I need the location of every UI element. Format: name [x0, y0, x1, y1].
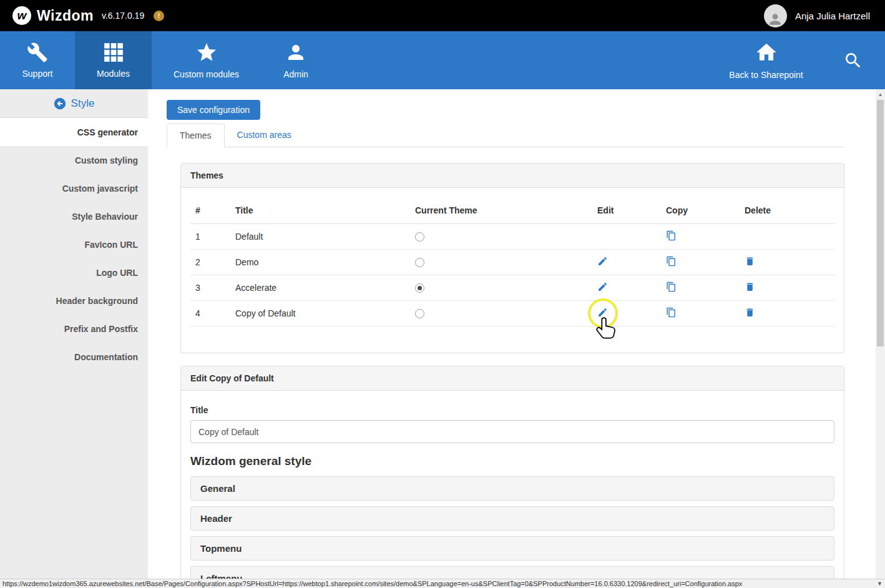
nav-admin[interactable]: Admin [261, 31, 331, 89]
edit-theme-button[interactable] [597, 282, 608, 292]
sidebar-back-style[interactable]: Style [0, 89, 148, 118]
user-name: Anja Julia Hartzell [795, 11, 870, 21]
trash-icon [745, 307, 755, 318]
sidebar-item-header-background[interactable]: Header background [0, 287, 148, 315]
copy-theme-button[interactable] [666, 282, 677, 292]
trash-icon [745, 282, 755, 292]
col-num: # [190, 197, 230, 224]
nav-modules[interactable]: Modules [75, 31, 152, 89]
sidebar-item-label: Custom javascript [62, 184, 138, 194]
theme-title: Default [230, 224, 410, 250]
info-icon[interactable]: ! [154, 11, 164, 21]
sidebar-item-custom-javascript[interactable]: Custom javascript [0, 174, 148, 202]
sidebar-item-style-behaviour[interactable]: Style Behaviour [0, 202, 148, 230]
nav-custom-modules-label: Custom modules [174, 69, 239, 79]
sidebar-item-prefix-postfix[interactable]: Prefix and Postfix [0, 315, 148, 343]
sidebar-item-label: Logo URL [96, 268, 138, 278]
copy-icon [666, 230, 677, 241]
version-label: v.6.17.0.19 [102, 11, 144, 21]
col-title: Title [230, 197, 410, 224]
col-delete: Delete [740, 197, 834, 224]
main-content: Save configuration Themes Custom areas T… [148, 89, 876, 579]
col-edit: Edit [592, 197, 661, 224]
sidebar-item-custom-styling[interactable]: Custom styling [0, 146, 148, 174]
nav-admin-label: Admin [283, 69, 308, 79]
nav-support[interactable]: Support [0, 31, 75, 89]
themes-panel-title: Themes [181, 164, 844, 188]
wrench-icon [27, 42, 48, 63]
back-circle-icon [54, 97, 66, 110]
accordion-topmenu[interactable]: Topmenu [190, 536, 834, 561]
current-theme-radio[interactable] [415, 232, 424, 242]
title-field-label: Title [190, 405, 834, 415]
themes-table: # Title Current Theme Edit Copy Delete 1 [190, 197, 834, 326]
accordion-header[interactable]: Header [190, 506, 834, 531]
top-bar: w Wizdom v.6.17.0.19 ! Anja Julia Hartze… [0, 0, 885, 31]
delete-theme-button[interactable] [745, 256, 755, 267]
status-dropdown-caret: ▼ [873, 581, 883, 587]
nav-back-to-sharepoint[interactable]: Back to Sharepoint [711, 31, 821, 89]
col-current-theme: Current Theme [410, 197, 592, 224]
accordion-leftmenu[interactable]: Leftmenu [190, 566, 834, 579]
general-style-heading: Wizdom general style [190, 454, 834, 468]
wizdom-logo-icon: w [12, 6, 31, 25]
col-copy: Copy [661, 197, 740, 224]
status-bar: https://wzdemo1wizdom365.azurewebsites.n… [0, 579, 885, 588]
brand-area: w Wizdom v.6.17.0.19 ! [12, 6, 164, 25]
cursor-hand-icon [595, 316, 618, 344]
avatar[interactable] [764, 4, 787, 27]
nav-modules-label: Modules [97, 69, 130, 79]
theme-title: Copy of Default [230, 301, 410, 326]
tab-custom-areas[interactable]: Custom areas [225, 124, 304, 147]
pencil-icon [597, 307, 608, 318]
theme-title-input[interactable] [190, 420, 834, 443]
app-window: w Wizdom v.6.17.0.19 ! Anja Julia Hartze… [0, 0, 885, 588]
copy-theme-button[interactable] [666, 307, 677, 318]
copy-theme-button[interactable] [666, 256, 677, 267]
sidebar-item-label: FavIcon URL [84, 240, 138, 250]
delete-theme-button[interactable] [745, 307, 755, 318]
tab-themes[interactable]: Themes [167, 124, 225, 147]
copy-theme-button[interactable] [666, 230, 677, 241]
user-area: Anja Julia Hartzell [764, 4, 873, 27]
sidebar-back-label: Style [71, 97, 95, 110]
search-icon [843, 51, 863, 71]
current-theme-radio[interactable] [415, 283, 424, 293]
person-icon [767, 11, 783, 27]
scrollbar-up-arrow[interactable]: ▲ [876, 89, 885, 99]
row-num: 1 [190, 224, 230, 250]
copy-icon [666, 307, 677, 318]
pencil-icon [597, 256, 608, 267]
sidebar: Style CSS generator Custom styling Custo… [0, 89, 148, 579]
edit-theme-button[interactable] [597, 256, 608, 267]
scrollbar-thumb[interactable] [877, 100, 884, 346]
star-icon [195, 41, 218, 64]
current-theme-radio[interactable] [415, 258, 424, 267]
row-num: 4 [190, 301, 230, 326]
sidebar-item-favicon-url[interactable]: FavIcon URL [0, 230, 148, 258]
nav-custom-modules[interactable]: Custom modules [152, 31, 261, 89]
theme-title: Demo [230, 250, 410, 275]
main-nav: Support Modules Custom modules Admin Bac… [0, 31, 885, 89]
sidebar-item-css-generator[interactable]: CSS generator [0, 118, 148, 146]
theme-title: Accelerate [230, 275, 410, 301]
copy-icon [666, 256, 677, 267]
save-configuration-button[interactable]: Save configuration [167, 100, 260, 120]
sidebar-item-logo-url[interactable]: Logo URL [0, 258, 148, 287]
nav-support-label: Support [22, 69, 52, 79]
sidebar-item-label: CSS generator [77, 127, 138, 137]
accordion-general[interactable]: General [190, 476, 834, 501]
nav-search[interactable] [821, 31, 885, 89]
table-row: 2 Demo [190, 250, 834, 275]
sidebar-item-label: Prefix and Postfix [64, 324, 138, 334]
row-num: 2 [190, 250, 230, 275]
home-icon [755, 41, 778, 64]
sidebar-item-documentation[interactable]: Documentation [0, 343, 148, 371]
vertical-scrollbar[interactable]: ▲ [876, 89, 885, 579]
table-row: 3 Accelerate [190, 275, 834, 301]
delete-theme-button[interactable] [745, 282, 755, 292]
pencil-icon [597, 282, 608, 292]
row-num: 3 [190, 275, 230, 301]
edit-theme-button-highlighted[interactable] [597, 307, 608, 318]
current-theme-radio[interactable] [415, 309, 424, 318]
